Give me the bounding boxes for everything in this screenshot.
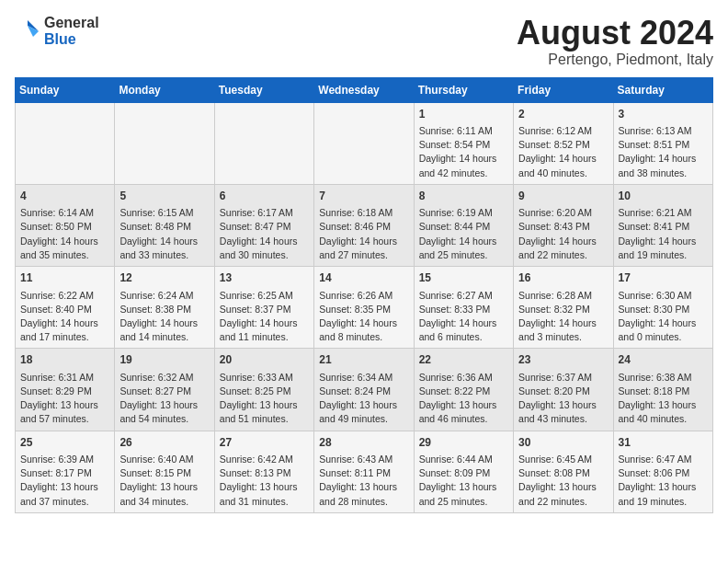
day-number: 28 [319, 435, 408, 451]
day-info: Sunset: 8:35 PM [319, 303, 408, 316]
day-number: 13 [220, 270, 309, 286]
day-info: Sunrise: 6:27 AM [419, 289, 508, 303]
day-info: and 46 minutes. [419, 412, 508, 426]
day-info: Sunset: 8:18 PM [619, 385, 708, 398]
day-number: 31 [619, 435, 708, 451]
day-number: 15 [419, 270, 508, 286]
day-info: Sunrise: 6:30 AM [619, 289, 708, 303]
day-number: 6 [220, 189, 309, 204]
day-number: 19 [119, 352, 209, 368]
day-info: Sunset: 8:29 PM [20, 385, 109, 398]
calendar-table: SundayMondayTuesdayWednesdayThursdayFrid… [15, 77, 713, 513]
calendar-cell: 20Sunrise: 6:33 AMSunset: 8:25 PMDayligh… [214, 349, 313, 431]
day-info: Sunrise: 6:24 AM [119, 289, 209, 303]
title-block: August 2024 Pertengo, Piedmont, Italy [517, 15, 713, 68]
day-info: Sunset: 8:33 PM [419, 303, 508, 316]
calendar-cell: 26Sunrise: 6:40 AMSunset: 8:15 PMDayligh… [115, 431, 214, 512]
day-info: Sunset: 8:43 PM [518, 220, 608, 234]
calendar-cell: 19Sunrise: 6:32 AMSunset: 8:27 PMDayligh… [115, 349, 214, 431]
calendar-cell: 29Sunrise: 6:44 AMSunset: 8:09 PMDayligh… [414, 431, 513, 512]
day-info: Sunset: 8:20 PM [518, 385, 608, 398]
day-info: Sunset: 8:46 PM [319, 220, 408, 234]
day-info: and 25 minutes. [419, 495, 508, 509]
day-number: 24 [619, 352, 708, 368]
day-info: Sunset: 8:22 PM [419, 385, 508, 398]
day-info: and 42 minutes. [419, 167, 508, 180]
day-info: Sunset: 8:06 PM [619, 466, 708, 480]
day-info: Sunset: 8:50 PM [20, 220, 109, 234]
day-info: and 31 minutes. [220, 495, 309, 509]
day-info: and 0 minutes. [619, 330, 708, 344]
calendar-cell: 6Sunrise: 6:17 AMSunset: 8:47 PMDaylight… [214, 184, 313, 266]
day-info: and 38 minutes. [619, 167, 708, 180]
calendar-week-row: 11Sunrise: 6:22 AMSunset: 8:40 PMDayligh… [16, 267, 713, 349]
day-info: and 25 minutes. [419, 248, 508, 262]
day-info: Daylight: 13 hours [619, 480, 708, 494]
day-info: and 19 minutes. [619, 248, 708, 262]
day-info: Sunset: 8:15 PM [119, 466, 209, 480]
day-info: Sunrise: 6:42 AM [220, 453, 309, 466]
calendar-header-row: SundayMondayTuesdayWednesdayThursdayFrid… [16, 77, 713, 102]
day-info: Sunrise: 6:17 AM [220, 206, 309, 220]
day-number: 9 [518, 189, 608, 204]
day-info: Daylight: 14 hours [619, 235, 708, 248]
day-info: Sunrise: 6:20 AM [518, 206, 608, 220]
day-info: and 40 minutes. [518, 167, 608, 180]
day-info: Sunrise: 6:32 AM [119, 371, 209, 385]
day-number: 10 [619, 189, 708, 204]
day-info: and 22 minutes. [518, 495, 608, 509]
day-info: Sunset: 8:11 PM [319, 466, 408, 480]
day-info: Sunrise: 6:18 AM [319, 206, 408, 220]
day-info: Sunrise: 6:38 AM [619, 371, 708, 385]
day-info: Sunset: 8:52 PM [518, 138, 608, 152]
calendar-cell [314, 102, 414, 184]
day-info: Sunrise: 6:45 AM [518, 453, 608, 466]
day-info: and 40 minutes. [619, 412, 708, 426]
day-number: 7 [319, 189, 408, 204]
day-info: and 8 minutes. [319, 330, 408, 344]
day-number: 1 [419, 107, 508, 122]
calendar-cell: 2Sunrise: 6:12 AMSunset: 8:52 PMDaylight… [514, 102, 613, 184]
day-info: Sunset: 8:54 PM [419, 138, 508, 152]
day-info: Sunrise: 6:40 AM [119, 453, 209, 466]
calendar-cell: 27Sunrise: 6:42 AMSunset: 8:13 PMDayligh… [214, 431, 313, 512]
header-sunday: Sunday [16, 77, 115, 102]
day-info: and 30 minutes. [220, 248, 309, 262]
day-info: Daylight: 13 hours [518, 480, 608, 494]
day-info: Daylight: 14 hours [619, 316, 708, 330]
day-info: and 17 minutes. [20, 330, 109, 344]
day-info: Daylight: 13 hours [119, 480, 209, 494]
day-info: Sunrise: 6:31 AM [20, 371, 109, 385]
day-number: 3 [619, 107, 708, 122]
day-info: Sunrise: 6:19 AM [419, 206, 508, 220]
day-info: Sunrise: 6:36 AM [419, 371, 508, 385]
calendar-cell: 11Sunrise: 6:22 AMSunset: 8:40 PMDayligh… [16, 267, 115, 349]
day-info: Sunrise: 6:15 AM [119, 206, 209, 220]
day-info: Daylight: 13 hours [220, 480, 309, 494]
calendar-cell: 31Sunrise: 6:47 AMSunset: 8:06 PMDayligh… [613, 431, 712, 512]
day-info: Daylight: 14 hours [220, 316, 309, 330]
day-number: 17 [619, 270, 708, 286]
day-info: Daylight: 13 hours [419, 480, 508, 494]
day-info: Daylight: 14 hours [20, 235, 109, 248]
day-info: Daylight: 13 hours [518, 398, 608, 412]
day-info: and 11 minutes. [220, 330, 309, 344]
month-title: August 2024 [517, 15, 713, 52]
day-info: Sunrise: 6:34 AM [319, 371, 408, 385]
day-info: Daylight: 14 hours [20, 316, 109, 330]
day-info: Sunrise: 6:28 AM [518, 289, 608, 303]
day-number: 18 [20, 352, 109, 368]
logo: General Blue [15, 15, 99, 47]
day-info: Sunset: 8:27 PM [119, 385, 209, 398]
day-info: Daylight: 13 hours [319, 480, 408, 494]
day-info: and 43 minutes. [518, 412, 608, 426]
day-info: Sunset: 8:51 PM [619, 138, 708, 152]
location: Pertengo, Piedmont, Italy [517, 52, 713, 68]
day-info: Sunset: 8:41 PM [619, 220, 708, 234]
day-info: Sunset: 8:24 PM [319, 385, 408, 398]
day-info: and 34 minutes. [119, 495, 209, 509]
day-number: 21 [319, 352, 408, 368]
day-info: Sunset: 8:38 PM [119, 303, 209, 316]
day-number: 12 [119, 270, 209, 286]
calendar-week-row: 18Sunrise: 6:31 AMSunset: 8:29 PMDayligh… [16, 349, 713, 431]
